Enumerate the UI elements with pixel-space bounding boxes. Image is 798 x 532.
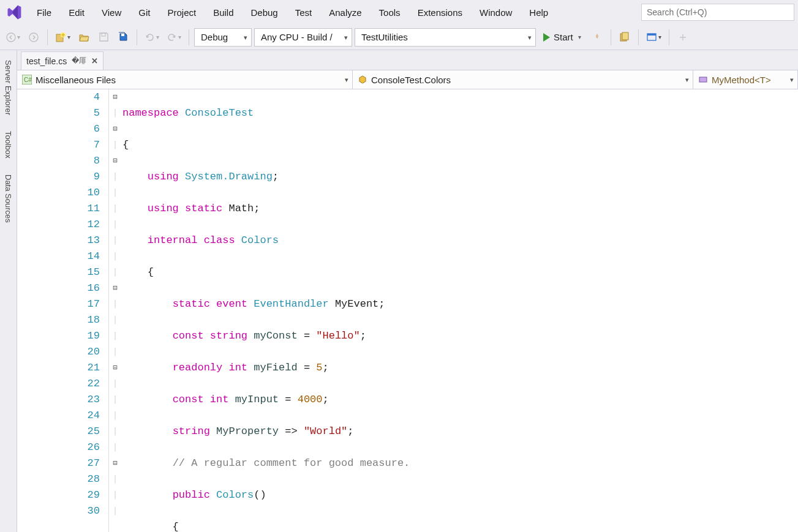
document-pane: test_file.cs �厞 ✕ C# Miscellaneous Files… (17, 50, 798, 532)
menu-tools[interactable]: Tools (371, 4, 409, 21)
nav-class-label: ConsoleTest.Colors (371, 75, 451, 85)
side-tab-toolbox[interactable]: Toolbox (2, 127, 14, 162)
window-layout-button[interactable]: ▾ (644, 29, 664, 46)
csharp-icon: C# (22, 75, 32, 84)
menu-file[interactable]: File (28, 4, 60, 21)
config-dropdown[interactable]: Debug (194, 28, 252, 47)
hot-reload-button[interactable] (589, 29, 606, 46)
line-number-gutter: 4567891011121314151617181920212223242526… (17, 89, 109, 532)
nav-class-dropdown[interactable]: ConsoleTest.Colors (353, 70, 693, 89)
quick-search-input[interactable]: Search (Ctrl+Q) (641, 4, 794, 21)
navigation-bar: C# Miscellaneous Files ConsoleTest.Color… (17, 70, 798, 89)
side-tab-data-sources[interactable]: Data Sources (2, 171, 14, 227)
vs-logo-icon (4, 2, 24, 23)
open-file-button[interactable] (75, 29, 92, 46)
svg-text:C#: C# (24, 77, 32, 83)
svg-rect-7 (622, 32, 628, 40)
document-tab-strip: test_file.cs �厞 ✕ (17, 50, 798, 70)
class-icon (358, 75, 367, 84)
menu-build[interactable]: Build (205, 4, 242, 21)
menu-git[interactable]: Git (130, 4, 159, 21)
method-icon (698, 75, 708, 84)
menu-help[interactable]: Help (521, 4, 557, 21)
side-tab-well: Server Explorer Toolbox Data Sources (0, 50, 17, 532)
find-in-files-button[interactable] (616, 29, 633, 46)
workspace: Server Explorer Toolbox Data Sources tes… (0, 50, 798, 532)
svg-rect-4 (102, 33, 105, 36)
document-tab[interactable]: test_file.cs �厞 ✕ (21, 51, 104, 70)
start-label: Start (554, 32, 573, 42)
menu-debug[interactable]: Debug (243, 4, 287, 21)
svg-point-0 (7, 33, 15, 42)
undo-button[interactable]: ▾ (142, 29, 162, 46)
menu-edit[interactable]: Edit (60, 4, 93, 21)
pin-icon[interactable]: �厞 (72, 56, 86, 66)
side-tab-server-explorer[interactable]: Server Explorer (2, 56, 14, 119)
platform-dropdown[interactable]: Any CPU - Build / (254, 28, 352, 47)
svg-rect-12 (699, 77, 707, 82)
startup-project-dropdown[interactable]: TestUtilities (355, 28, 536, 47)
document-tab-label: test_file.cs (26, 56, 67, 66)
menu-analyze[interactable]: Analyze (320, 4, 370, 21)
svg-rect-5 (121, 34, 124, 36)
menu-extensions[interactable]: Extensions (409, 4, 471, 21)
menu-project[interactable]: Project (159, 4, 205, 21)
menu-test[interactable]: Test (287, 4, 321, 21)
svg-point-1 (29, 33, 38, 42)
toggle-button[interactable] (674, 29, 691, 46)
start-debug-button[interactable]: Start ▾ (538, 28, 586, 47)
svg-rect-9 (647, 34, 656, 36)
toolbar: ▾ ▾ ▾ ▾ Debug Any CPU - Build / TestUtil… (0, 24, 798, 50)
nav-back-button[interactable]: ▾ (4, 29, 23, 46)
menu-view[interactable]: View (93, 4, 130, 21)
play-icon (543, 33, 550, 42)
code-editor[interactable]: 4567891011121314151617181920212223242526… (17, 89, 798, 532)
save-all-button[interactable] (115, 29, 132, 46)
close-icon[interactable]: ✕ (91, 56, 98, 66)
code-content[interactable]: namespace ConsoleTest { using System.Dra… (121, 89, 798, 532)
new-item-button[interactable]: ▾ (53, 29, 73, 46)
menu-bar: File Edit View Git Project Build Debug T… (0, 0, 798, 24)
menu-window[interactable]: Window (471, 4, 521, 21)
nav-forward-button[interactable] (25, 29, 42, 46)
nav-project-dropdown[interactable]: C# Miscellaneous Files (17, 70, 353, 89)
redo-button[interactable]: ▾ (164, 29, 184, 46)
nav-method-label: MyMethod<T> (712, 75, 771, 85)
nav-method-dropdown[interactable]: MyMethod<T> (693, 70, 798, 89)
save-button[interactable] (95, 29, 112, 46)
nav-project-label: Miscellaneous Files (36, 75, 116, 85)
folding-gutter[interactable]: ⊟│⊟│⊟│││││││⊟││││⊟│││││⊟│││ (109, 89, 121, 532)
